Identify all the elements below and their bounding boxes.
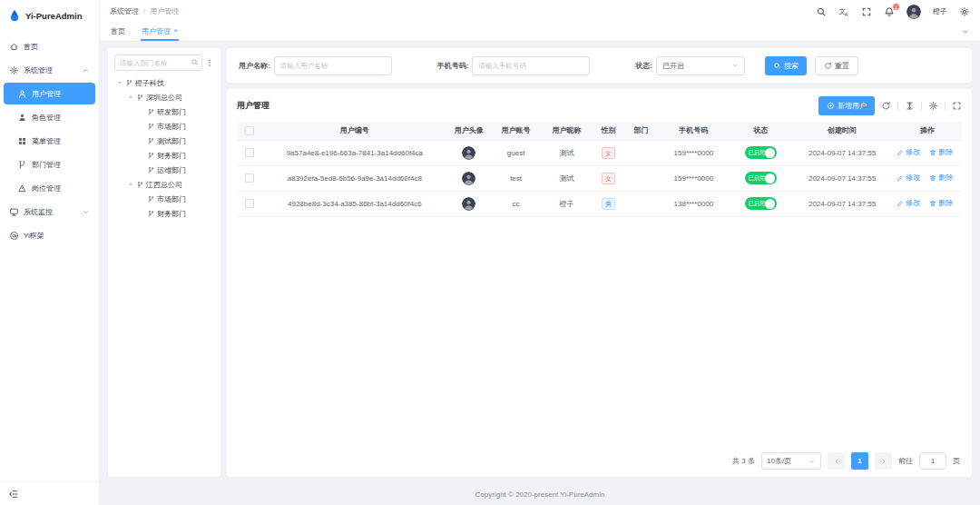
column-header: 性别 [592,122,624,140]
fullscreen-icon[interactable] [952,101,962,111]
row-checkbox[interactable] [245,148,254,157]
goto-page-input[interactable] [919,452,946,470]
search-icon[interactable] [816,6,827,17]
user-avatar [462,172,475,185]
column-header: 用户账号 [491,122,542,140]
dept-icon [17,160,27,170]
edit-button[interactable]: 修改 [897,198,920,208]
sidebar-item[interactable]: 系统管理 [0,59,99,81]
tabs-menu-chevron-icon[interactable] [961,27,970,36]
page-size-select[interactable]: 10条/页 [761,452,821,470]
dept-cell [624,140,657,165]
user-id-cell: a8392efa-5ed8-6b56-9a9e-3a14dd60f4c8 [262,165,447,191]
close-icon[interactable]: × [173,27,178,35]
bell-icon[interactable]: 1 [884,6,895,17]
tree-node[interactable]: 财务部门 [114,206,214,221]
delete-button[interactable]: 删除 [929,147,953,157]
user-name[interactable]: 橙子 [933,6,947,16]
dept-search-input[interactable] [114,54,202,71]
account-cell: test [491,165,542,191]
delete-button[interactable]: 删除 [929,198,953,208]
goto-label: 前往 [898,456,913,466]
page-content: 橙子科技 深圳总公司 研发部门 市场部门 测试部门 财务部门 [100,42,980,483]
home-icon [9,42,19,52]
created-cell: 2024-09-07 14:37:55 [791,165,893,191]
row-checkbox[interactable] [245,199,254,208]
sidebar-item[interactable]: 角色管理 [0,106,99,128]
breadcrumb-item[interactable]: 系统管理 [110,6,139,16]
tree-node[interactable]: 江西总公司 [114,177,214,192]
phone-label: 手机号码: [437,61,469,71]
user-table: 用户编号用户头像用户账号用户昵称性别部门手机号码状态创建时间操作 9a57a4e… [237,122,962,217]
gender-tag: 女 [602,173,615,184]
page-unit-label: 页 [953,456,960,466]
status-toggle[interactable]: 已启用 [745,146,777,159]
username-label: 用户名称: [239,61,270,71]
sidebar-item[interactable]: 岗位管理 [0,177,99,199]
gender-tag: 女 [602,147,615,159]
phone-cell: 159****0000 [657,165,730,191]
tree-node[interactable]: 市场部门 [114,119,214,134]
sidebar-item[interactable]: 系统监控 [0,201,99,223]
fullscreen-icon[interactable] [861,6,872,17]
column-header: 手机号码 [657,122,730,140]
chevron-down-icon [82,208,90,216]
main-area: 系统管理 / 用户管理 文A 1 橙子 首页 用户管理 × [100,0,980,505]
search-button[interactable]: 搜索 [765,56,807,75]
tree-node[interactable]: 测试部门 [114,134,214,148]
tree-node[interactable]: 运维部门 [114,163,214,177]
edit-button[interactable]: 修改 [897,173,920,183]
sidebar-item[interactable]: Yi框架 [0,224,99,246]
tree-node[interactable]: 研发部门 [114,104,214,119]
tree-node[interactable]: 深圳总公司 [114,90,214,104]
tab[interactable]: 用户管理 × [141,23,179,41]
column-header: 创建时间 [791,122,893,140]
prev-page-button[interactable] [828,452,845,470]
phone-cell: 138****0000 [657,191,730,216]
collapse-sidebar-icon[interactable] [8,489,19,500]
sidebar-item[interactable]: 首页 [0,35,99,57]
table-row: 4928be8d-3c34-a385-86bf-3a14dd60f4c6 cc … [237,191,962,216]
edit-button[interactable]: 修改 [897,147,920,157]
dept-icon [147,210,155,218]
gender-tag: 男 [602,198,615,210]
sidebar-item[interactable]: 用户管理 [4,83,95,104]
tree-node[interactable]: 橙子科技 [114,75,214,90]
navbar-actions: 文A 1 橙子 [816,5,970,19]
density-icon[interactable] [905,101,915,111]
username-input[interactable] [274,56,392,75]
sidebar-item[interactable]: 菜单管理 [0,130,99,152]
search-icon [191,58,199,66]
next-page-button[interactable] [875,452,892,470]
chevron-left-icon [833,458,840,465]
add-user-button[interactable]: 新增用户 [818,96,875,115]
sidebar-item[interactable]: 部门管理 [0,153,99,175]
divider [897,102,898,111]
user-avatar[interactable] [906,5,921,19]
status-select[interactable]: 已开启 [656,56,745,75]
select-all-checkbox[interactable] [245,126,254,135]
tree-node[interactable]: 市场部门 [114,192,214,206]
account-cell: guest [491,140,542,165]
more-options-icon[interactable] [205,58,214,67]
row-checkbox[interactable] [245,173,254,183]
edit-icon [897,149,904,156]
page-number-button[interactable]: 1 [851,452,868,470]
phone-input[interactable] [472,56,590,75]
column-settings-icon[interactable] [928,101,938,111]
user-avatar [462,197,475,211]
dept-icon [125,79,133,87]
status-toggle[interactable]: 已启用 [745,172,777,184]
settings-gear-icon[interactable] [959,6,970,17]
top-navbar: 系统管理 / 用户管理 文A 1 橙子 [100,0,980,23]
app-logo[interactable]: Yi-PureAdmin [0,0,99,31]
svg-text:A: A [844,12,848,17]
tab[interactable]: 首页 [110,23,126,41]
tree-node[interactable]: 财务部门 [114,148,214,163]
nickname-cell: 测试 [542,140,593,165]
translate-icon[interactable]: 文A [838,6,849,17]
status-toggle[interactable]: 已启用 [745,197,777,210]
refresh-icon[interactable] [881,101,891,111]
delete-button[interactable]: 删除 [929,173,953,183]
reset-button[interactable]: 重置 [815,56,858,75]
